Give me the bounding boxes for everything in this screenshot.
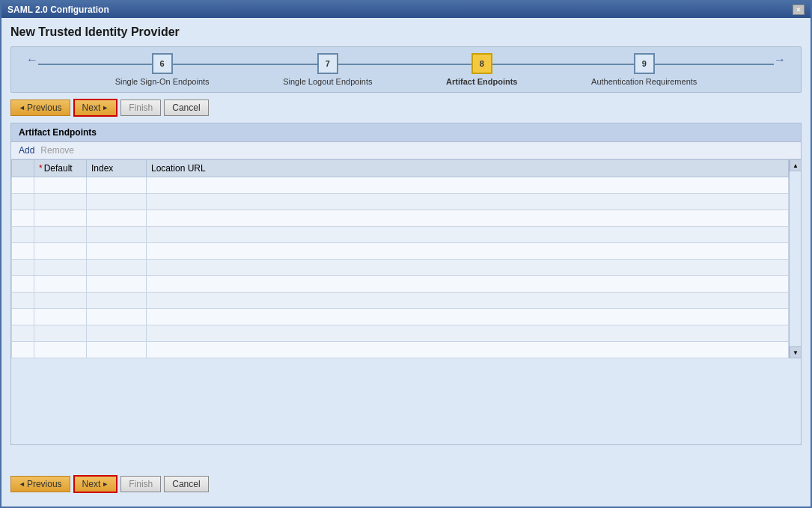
stepper-container: ← 6 Single Sign-On Endpoints 7 Single Lo… xyxy=(10,46,802,93)
table-body xyxy=(12,177,789,358)
row-default-cell xyxy=(34,342,87,358)
row-default-cell xyxy=(34,194,87,210)
stepper-items: ← 6 Single Sign-On Endpoints 7 Single Lo… xyxy=(23,53,789,86)
bottom-spacer xyxy=(10,445,802,475)
bottom-next-button[interactable]: Next xyxy=(73,475,118,493)
row-index-cell xyxy=(87,276,147,293)
row-location-url-cell xyxy=(147,293,789,309)
table-row xyxy=(12,309,789,325)
content-area: New Trusted Identity Provider ← 6 Single… xyxy=(1,18,811,507)
remove-button[interactable]: Remove xyxy=(40,145,74,156)
col-header-select xyxy=(12,160,34,177)
stepper-item-8: 8 Artifact Endpoints xyxy=(446,53,517,86)
row-index-cell xyxy=(87,194,147,210)
table-row xyxy=(12,194,789,210)
add-button[interactable]: Add xyxy=(19,145,34,156)
row-location-url-cell xyxy=(147,243,789,260)
window-title: SAML 2.0 Configuration xyxy=(7,4,109,15)
top-nav-buttons: Previous Next Finish Cancel xyxy=(10,99,802,117)
scrollbar-up-button[interactable]: ▲ xyxy=(790,159,802,171)
table-header-row: Default Index Location URL xyxy=(12,160,789,177)
bottom-cancel-button[interactable]: Cancel xyxy=(164,476,208,492)
table-row xyxy=(12,293,789,309)
title-bar: SAML 2.0 Configuration × xyxy=(1,1,811,18)
row-location-url-cell xyxy=(147,260,789,276)
col-header-index: Index xyxy=(87,160,147,177)
top-next-button[interactable]: Next xyxy=(73,99,118,117)
row-select-cell xyxy=(12,260,34,276)
row-location-url-cell xyxy=(147,276,789,293)
stepper-item-7: 7 Single Logout Endpoints xyxy=(283,53,372,86)
window: SAML 2.0 Configuration × New Trusted Ide… xyxy=(0,0,812,508)
row-select-cell xyxy=(12,227,34,243)
row-index-cell xyxy=(87,260,147,276)
row-location-url-cell xyxy=(147,177,789,194)
table-row xyxy=(12,342,789,358)
row-default-cell xyxy=(34,243,87,260)
table-row xyxy=(12,210,789,227)
table-row xyxy=(12,260,789,276)
scrollbar-track xyxy=(790,171,801,346)
row-location-url-cell xyxy=(147,342,789,358)
stepper-arrow-right: → xyxy=(771,53,789,86)
step-label-8: Artifact Endpoints xyxy=(446,77,517,86)
step-label-6: Single Sign-On Endpoints xyxy=(115,77,210,86)
step-label-7: Single Logout Endpoints xyxy=(283,77,372,86)
step-number-8: 8 xyxy=(471,53,492,74)
row-select-cell xyxy=(12,194,34,210)
table-scroll-area: Default Index Location URL xyxy=(11,159,789,358)
row-select-cell xyxy=(12,243,34,260)
main-panel: Artifact Endpoints Add Remove Default In… xyxy=(10,123,802,445)
row-select-cell xyxy=(12,293,34,309)
stepper-item-9: 9 Authentication Requirements xyxy=(591,53,697,86)
row-select-cell xyxy=(12,342,34,358)
bottom-nav-buttons: Previous Next Finish Cancel xyxy=(10,475,802,493)
row-index-cell xyxy=(87,210,147,227)
row-default-cell xyxy=(34,276,87,293)
stepper-arrow-left: ← xyxy=(23,53,41,86)
row-select-cell xyxy=(12,325,34,342)
top-finish-button[interactable]: Finish xyxy=(120,100,161,116)
row-default-cell xyxy=(34,309,87,325)
table-row xyxy=(12,177,789,194)
row-index-cell xyxy=(87,227,147,243)
table-scrollbar: ▲ ▼ xyxy=(789,159,801,358)
title-bar-buttons: × xyxy=(793,4,805,15)
bottom-previous-button[interactable]: Previous xyxy=(10,476,70,492)
page-title: New Trusted Identity Provider xyxy=(10,25,802,39)
table-row xyxy=(12,325,789,342)
row-index-cell xyxy=(87,243,147,260)
table-wrapper: Default Index Location URL xyxy=(11,159,801,358)
stepper-item-6: 6 Single Sign-On Endpoints xyxy=(115,53,210,86)
step-number-9: 9 xyxy=(634,53,655,74)
row-default-cell xyxy=(34,227,87,243)
table-row xyxy=(12,276,789,293)
row-default-cell xyxy=(34,210,87,227)
row-select-cell xyxy=(12,309,34,325)
panel-toolbar: Add Remove xyxy=(11,142,801,159)
top-cancel-button[interactable]: Cancel xyxy=(164,100,208,116)
row-default-cell xyxy=(34,293,87,309)
artifact-endpoints-table: Default Index Location URL xyxy=(11,159,789,358)
row-index-cell xyxy=(87,342,147,358)
row-index-cell xyxy=(87,293,147,309)
col-header-default: Default xyxy=(34,160,87,177)
close-button[interactable]: × xyxy=(793,4,805,15)
row-index-cell xyxy=(87,309,147,325)
bottom-finish-button[interactable]: Finish xyxy=(120,476,161,492)
scrollbar-down-button[interactable]: ▼ xyxy=(790,346,802,358)
row-select-cell xyxy=(12,177,34,194)
top-previous-button[interactable]: Previous xyxy=(10,100,70,116)
row-location-url-cell xyxy=(147,325,789,342)
row-location-url-cell xyxy=(147,194,789,210)
step-label-9: Authentication Requirements xyxy=(591,77,697,86)
col-header-location-url: Location URL xyxy=(147,160,789,177)
panel-header: Artifact Endpoints xyxy=(11,123,801,142)
row-location-url-cell xyxy=(147,227,789,243)
row-index-cell xyxy=(87,325,147,342)
row-index-cell xyxy=(87,177,147,194)
row-select-cell xyxy=(12,276,34,293)
table-row xyxy=(12,243,789,260)
row-location-url-cell xyxy=(147,309,789,325)
step-number-6: 6 xyxy=(152,53,173,74)
